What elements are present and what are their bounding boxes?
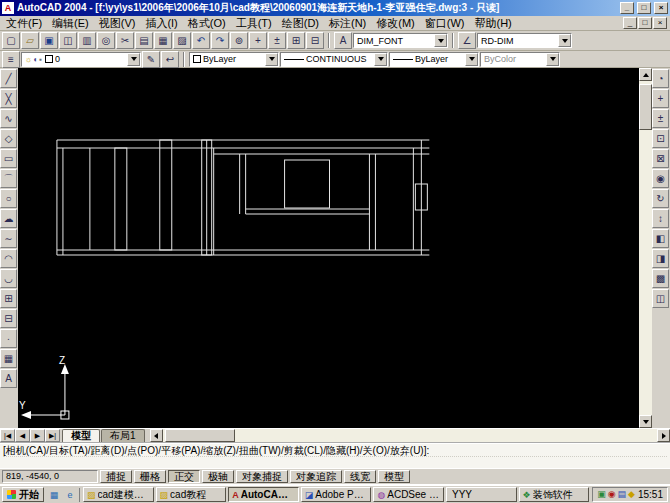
chevron-down-icon[interactable] bbox=[127, 53, 140, 66]
menu-view[interactable]: 视图(V) bbox=[94, 16, 141, 31]
insert-block-icon[interactable]: ⊞ bbox=[0, 289, 17, 308]
layers-dialog-icon[interactable]: ≡ bbox=[2, 51, 20, 68]
line-icon[interactable]: ╱ bbox=[0, 69, 17, 88]
horizontal-scrollbar[interactable] bbox=[150, 429, 670, 442]
layer-state-icon[interactable]: ◐ bbox=[33, 55, 38, 64]
taskbar-decor-software[interactable]: ❖ 装饰软件 bbox=[519, 487, 590, 502]
polar-toggle[interactable]: 极轴 bbox=[202, 470, 234, 483]
layer-combo[interactable]: ☼◐▪ 0 bbox=[21, 52, 141, 67]
scrollbar-track[interactable] bbox=[163, 429, 657, 442]
menu-window[interactable]: 窗口(W) bbox=[420, 16, 470, 31]
dim-style-icon[interactable]: ∠ bbox=[458, 32, 476, 49]
chevron-down-icon[interactable] bbox=[465, 53, 478, 66]
tab-nav-button[interactable]: ▶| bbox=[45, 429, 60, 442]
mdi-close-button[interactable]: × bbox=[653, 17, 667, 29]
new-file-icon[interactable]: ▢ bbox=[2, 32, 20, 49]
clip-back-icon[interactable]: ◨ bbox=[652, 249, 669, 268]
swivel-camera-icon[interactable]: ↻ bbox=[652, 189, 669, 208]
tab-model[interactable]: 模型 bbox=[62, 429, 100, 442]
scrollbar-thumb[interactable] bbox=[165, 429, 235, 442]
mdi-minimize-button[interactable]: _ bbox=[623, 17, 637, 29]
window-restore-button[interactable]: □ bbox=[637, 2, 651, 14]
camera-adjust-icon[interactable]: ◉ bbox=[652, 169, 669, 188]
window-minimize-button[interactable]: _ bbox=[620, 2, 634, 14]
scrollbar-track[interactable] bbox=[639, 81, 652, 415]
zoom-previous-icon[interactable]: ⊟ bbox=[306, 32, 324, 49]
3d-orbit-icon[interactable]: ◔ bbox=[652, 69, 669, 88]
layer-state-icon[interactable]: ▪ bbox=[39, 55, 42, 64]
layer-state-icon[interactable]: ☼ bbox=[25, 55, 32, 64]
lineweight-toggle[interactable]: 线宽 bbox=[344, 470, 376, 483]
text-style-combo[interactable]: DIM_FONT bbox=[353, 33, 448, 48]
undo-icon[interactable]: ↶ bbox=[192, 32, 210, 49]
ellipse-icon[interactable]: ◠ bbox=[0, 249, 17, 268]
paste-icon[interactable]: ▦ bbox=[154, 32, 172, 49]
menu-file[interactable]: 文件(F) bbox=[1, 16, 47, 31]
text-style-icon[interactable]: A bbox=[334, 32, 352, 49]
tab-nav-button[interactable]: |◀ bbox=[0, 429, 15, 442]
circle-icon[interactable]: ○ bbox=[0, 189, 17, 208]
window-close-button[interactable]: × bbox=[654, 2, 668, 14]
tab-nav-button[interactable]: ▶ bbox=[30, 429, 45, 442]
tray-icon[interactable]: ▤ bbox=[618, 488, 627, 501]
hatch-icon[interactable]: ▦ bbox=[0, 349, 17, 368]
menu-insert[interactable]: 插入(I) bbox=[140, 16, 182, 31]
open-icon[interactable]: ▱ bbox=[21, 32, 39, 49]
mtext-icon[interactable]: A bbox=[0, 369, 17, 388]
lineweight-combo[interactable]: ByLayer bbox=[389, 52, 479, 67]
redo-icon[interactable]: ↷ bbox=[211, 32, 229, 49]
menu-edit[interactable]: 编辑(E) bbox=[47, 16, 94, 31]
menu-format[interactable]: 格式(O) bbox=[183, 16, 231, 31]
tray-icon[interactable]: ▣ bbox=[597, 488, 606, 501]
mdi-restore-button[interactable]: □ bbox=[638, 17, 652, 29]
scrollbar-thumb[interactable] bbox=[639, 84, 652, 130]
zoom-window-icon[interactable]: ⊞ bbox=[287, 32, 305, 49]
revcloud-icon[interactable]: ☁ bbox=[0, 209, 17, 228]
menu-draw[interactable]: 绘图(D) bbox=[277, 16, 324, 31]
adjust-distance-icon[interactable]: ↕ bbox=[652, 209, 669, 228]
dim-style-combo[interactable]: RD-DIM bbox=[477, 33, 572, 48]
arc-icon[interactable]: ⌒ bbox=[0, 169, 17, 188]
taskbar-autocad[interactable]: A AutoCAD 200... bbox=[228, 487, 299, 502]
zoom-realtime-icon[interactable]: ± bbox=[652, 109, 669, 128]
layer-previous-icon[interactable]: ↩ bbox=[161, 51, 179, 68]
taskbar-cad-modeling-folder[interactable]: ▨ cad建模教程 bbox=[83, 487, 154, 502]
save-icon[interactable]: ▣ bbox=[40, 32, 58, 49]
chevron-down-icon[interactable] bbox=[434, 34, 447, 47]
scroll-down-button[interactable] bbox=[639, 415, 652, 428]
pan-icon[interactable]: + bbox=[249, 32, 267, 49]
start-button[interactable]: 开始 bbox=[2, 487, 44, 502]
taskbar-cad-tutorial-folder[interactable]: ▨ cad教程 bbox=[156, 487, 227, 502]
chevron-down-icon[interactable] bbox=[558, 34, 571, 47]
model-space-toggle[interactable]: 模型 bbox=[378, 470, 410, 483]
pan-realtime-icon[interactable]: + bbox=[652, 89, 669, 108]
command-input[interactable] bbox=[3, 456, 667, 467]
scroll-right-button[interactable] bbox=[657, 429, 670, 442]
scroll-left-button[interactable] bbox=[150, 429, 163, 442]
menu-modify[interactable]: 修改(M) bbox=[371, 16, 420, 31]
construction-line-icon[interactable]: ╳ bbox=[0, 89, 17, 108]
otrack-toggle[interactable]: 对象追踪 bbox=[290, 470, 342, 483]
taskbar-acdsee[interactable]: ◍ ACDSee v3.1... bbox=[373, 487, 444, 502]
shade-icon[interactable]: ◫ bbox=[652, 289, 669, 308]
clip-front-icon[interactable]: ◧ bbox=[652, 229, 669, 248]
rectangle-icon[interactable]: ▭ bbox=[0, 149, 17, 168]
point-icon[interactable]: ∙ bbox=[0, 329, 17, 348]
vertical-scrollbar[interactable] bbox=[639, 68, 652, 428]
show-desktop-icon[interactable]: ▦ bbox=[47, 488, 61, 502]
color-combo[interactable]: ByLayer bbox=[189, 52, 279, 67]
osnap-toggle[interactable]: 对象捕捉 bbox=[236, 470, 288, 483]
polygon-icon[interactable]: ◇ bbox=[0, 129, 17, 148]
zoom-realtime-icon[interactable]: ± bbox=[268, 32, 286, 49]
plot-icon[interactable]: ◫ bbox=[59, 32, 77, 49]
find-icon[interactable]: ◎ bbox=[97, 32, 115, 49]
snap-toggle[interactable]: 捕捉 bbox=[100, 470, 132, 483]
spline-icon[interactable]: ∼ bbox=[0, 229, 17, 248]
chevron-down-icon[interactable] bbox=[374, 53, 387, 66]
ortho-toggle[interactable]: 正交 bbox=[168, 470, 200, 483]
print-preview-icon[interactable]: ▥ bbox=[78, 32, 96, 49]
taskbar-photoshop[interactable]: ◪ Adobe Photo... bbox=[301, 487, 372, 502]
tab-layout1[interactable]: 布局1 bbox=[101, 429, 145, 442]
scroll-up-button[interactable] bbox=[639, 68, 652, 81]
cut-icon[interactable]: ✂ bbox=[116, 32, 134, 49]
